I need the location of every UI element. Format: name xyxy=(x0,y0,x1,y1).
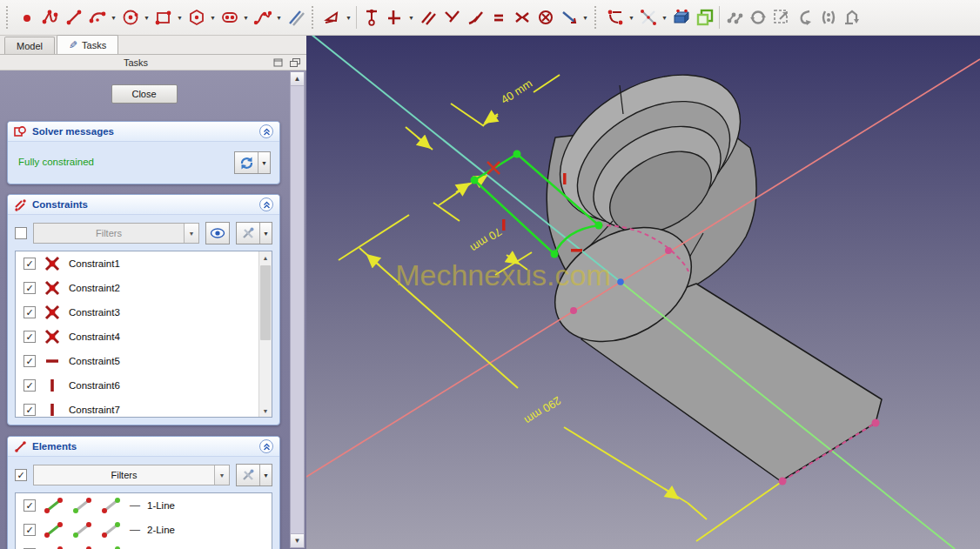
list-item[interactable]: ✓ — 1-Line xyxy=(16,493,272,518)
3d-viewport[interactable]: 40 mm 70 mm 290 mm Mechnexus.com xyxy=(306,36,980,549)
constrain-symmetric-icon[interactable] xyxy=(510,4,534,30)
scroll-up-icon[interactable]: ▲ xyxy=(291,72,304,86)
vertex[interactable] xyxy=(595,222,603,230)
elements-header[interactable]: Elements xyxy=(8,437,279,457)
collapse-elements-icon[interactable] xyxy=(259,439,273,453)
constrain-lock-dropdown[interactable]: ▼ xyxy=(581,4,590,30)
undock-panel-icon[interactable] xyxy=(289,57,301,68)
close-button[interactable]: Close xyxy=(111,84,178,104)
vertex[interactable] xyxy=(872,419,880,427)
constrain-tangent-icon[interactable] xyxy=(463,4,487,30)
circle-dropdown[interactable]: ▼ xyxy=(142,4,151,30)
chevron-down-icon[interactable]: ▼ xyxy=(214,465,229,485)
constraint-checkbox[interactable]: ✓ xyxy=(23,258,36,270)
constraint-row[interactable]: ✓ Constraint3 xyxy=(16,300,272,325)
polyline-icon[interactable] xyxy=(38,4,62,30)
vertex[interactable] xyxy=(779,478,787,485)
trim-icon[interactable] xyxy=(636,4,660,30)
constraint-checkbox[interactable]: ✓ xyxy=(23,282,36,294)
collapse-solver-icon[interactable] xyxy=(259,124,273,138)
external-geometry-icon[interactable] xyxy=(669,4,693,30)
constrain-perpendicular-icon[interactable] xyxy=(440,4,463,30)
constraint-checkbox[interactable]: ✓ xyxy=(23,404,36,416)
origin-point[interactable] xyxy=(617,278,624,285)
constraints-filter-combo[interactable]: Filters ▼ xyxy=(33,223,199,244)
b-spline-icon[interactable] xyxy=(251,4,274,30)
tab-model[interactable]: Model xyxy=(4,37,55,54)
polygon-icon[interactable] xyxy=(185,4,208,30)
toolbar-drag-handle[interactable] xyxy=(6,6,10,29)
constrain-equal-icon[interactable] xyxy=(487,4,510,30)
settings-dropdown[interactable]: ▼ xyxy=(259,465,272,485)
rectangle-dropdown[interactable]: ▼ xyxy=(175,4,185,30)
dimension-icon[interactable] xyxy=(603,4,627,30)
vertex[interactable] xyxy=(471,177,479,184)
construction-mode-icon[interactable] xyxy=(284,4,307,30)
vertex[interactable] xyxy=(665,247,672,254)
constrain-horizontal-vertical-dropdown[interactable]: ▼ xyxy=(406,4,416,30)
refresh-icon[interactable] xyxy=(235,152,258,173)
rectangular-array-icon[interactable] xyxy=(840,4,863,30)
constrain-block-icon[interactable] xyxy=(534,4,557,30)
float-panel-icon[interactable] xyxy=(272,57,284,68)
toolbar-drag-handle[interactable] xyxy=(594,6,599,29)
select-origin-icon[interactable] xyxy=(769,4,793,30)
scroll-down-icon[interactable]: ▼ xyxy=(259,405,272,417)
tab-tasks[interactable]: ✎ Tasks xyxy=(57,35,118,54)
auto-update-button[interactable]: ▼ xyxy=(234,151,271,174)
constraint-row[interactable]: ✓ Constraint5 xyxy=(16,349,272,373)
collapse-constraints-icon[interactable] xyxy=(259,198,273,211)
show-hide-button[interactable] xyxy=(205,222,230,244)
constraint-row[interactable]: ✓ Constraint1 xyxy=(16,251,272,276)
constraint-checkbox[interactable]: ✓ xyxy=(23,379,36,392)
element-checkbox[interactable]: ✓ xyxy=(23,499,36,512)
constraints-settings-button[interactable]: ▼ xyxy=(236,222,272,244)
polygon-dropdown[interactable]: ▼ xyxy=(208,4,218,30)
dimension-dropdown[interactable]: ▼ xyxy=(627,4,636,30)
b-spline-dropdown[interactable]: ▼ xyxy=(274,4,284,30)
refresh-dropdown[interactable]: ▼ xyxy=(258,152,270,173)
constraint-checkbox[interactable]: ✓ xyxy=(23,331,36,343)
constraint-row[interactable]: ✓ Constraint4 xyxy=(16,325,272,349)
rectangle-icon[interactable] xyxy=(151,4,175,30)
clone-icon[interactable] xyxy=(816,4,840,30)
point-icon[interactable] xyxy=(15,4,38,30)
constraints-filter-checkbox[interactable] xyxy=(15,227,27,239)
constrain-lock-icon[interactable] xyxy=(557,4,581,30)
constrain-distance-y-icon[interactable] xyxy=(359,4,383,30)
vertex[interactable] xyxy=(513,151,521,158)
constraint-row[interactable]: ✓ Constraint6 xyxy=(16,373,272,398)
line-icon[interactable] xyxy=(62,4,85,30)
constraint-row[interactable]: ✓ Constraint2 xyxy=(16,276,272,300)
carbon-copy-icon[interactable] xyxy=(693,4,716,30)
list-item[interactable]: ✓ — xyxy=(16,542,272,549)
chevron-down-icon[interactable]: ▼ xyxy=(184,224,198,243)
constraints-header[interactable]: Constraints xyxy=(8,195,279,215)
elements-filter-combo[interactable]: Filters ▼ xyxy=(33,465,230,485)
constraint-checkbox[interactable]: ✓ xyxy=(23,306,36,318)
select-elements-icon[interactable] xyxy=(722,4,746,30)
list-item[interactable]: ✓ — 2-Line xyxy=(16,518,272,542)
settings-wrench-icon[interactable] xyxy=(237,223,259,244)
slot-dropdown[interactable]: ▼ xyxy=(241,4,251,30)
arc-dropdown[interactable]: ▼ xyxy=(109,4,118,30)
toolbar-drag-handle[interactable] xyxy=(312,6,316,29)
constraints-scrollbar[interactable]: ▲ ▼ xyxy=(258,251,272,417)
constraint-checkbox[interactable]: ✓ xyxy=(23,355,36,367)
select-constraints-icon[interactable] xyxy=(746,4,769,30)
settings-wrench-icon[interactable] xyxy=(237,465,259,485)
scroll-thumb[interactable] xyxy=(260,265,271,340)
circle-icon[interactable] xyxy=(118,4,142,30)
vertex[interactable] xyxy=(551,251,559,258)
trim-dropdown[interactable]: ▼ xyxy=(660,4,669,30)
element-checkbox[interactable]: ✓ xyxy=(23,524,36,536)
scroll-down-icon[interactable]: ▼ xyxy=(291,533,304,547)
elements-filter-checkbox[interactable]: ✓ xyxy=(15,469,27,481)
constrain-coincident-icon[interactable] xyxy=(320,4,344,30)
constrain-parallel-icon[interactable] xyxy=(416,4,440,30)
solver-messages-header[interactable]: Solver messages xyxy=(8,122,279,142)
slot-icon[interactable] xyxy=(218,4,241,30)
settings-dropdown[interactable]: ▼ xyxy=(259,223,272,244)
constrain-horizontal-vertical-icon[interactable] xyxy=(383,4,406,30)
scroll-up-icon[interactable]: ▲ xyxy=(259,251,272,264)
